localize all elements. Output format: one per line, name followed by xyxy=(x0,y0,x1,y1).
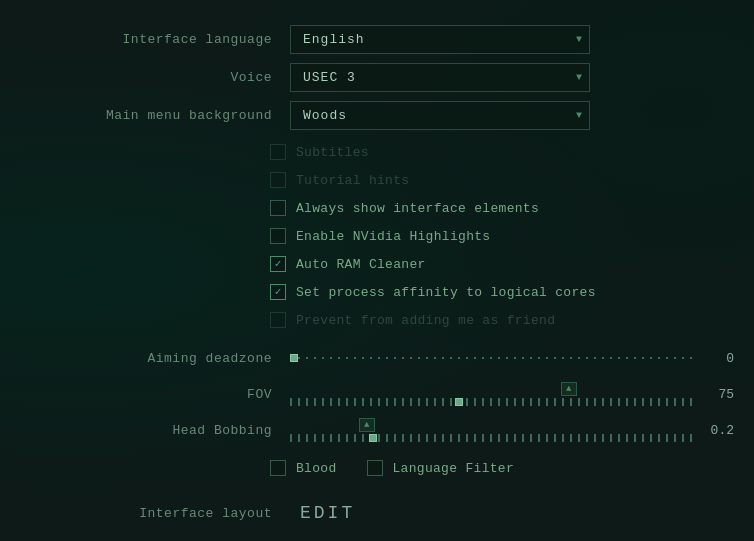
fov-wrapper: ▲ 75 xyxy=(290,382,734,406)
enable-nvidia-checkbox[interactable] xyxy=(270,228,286,244)
interface-language-dropdown-wrapper: English Russian German French Spanish ▼ xyxy=(290,25,590,54)
subtitles-item: Subtitles xyxy=(270,138,734,166)
enable-nvidia-label: Enable NVidia Highlights xyxy=(296,229,490,244)
set-process-affinity-checkbox[interactable] xyxy=(270,284,286,300)
blood-item: Blood xyxy=(270,454,337,482)
aiming-deadzone-value: 0 xyxy=(704,351,734,366)
edit-button[interactable]: EDIT xyxy=(290,499,365,527)
main-menu-background-row: Main menu background Woods Factory Custo… xyxy=(0,96,754,134)
auto-ram-cleaner-item: Auto RAM Cleaner xyxy=(270,250,734,278)
language-filter-item: Language Filter xyxy=(367,454,515,482)
head-bobbing-up-button[interactable]: ▲ xyxy=(359,418,375,432)
always-show-interface-label: Always show interface elements xyxy=(296,201,539,216)
fov-slider[interactable] xyxy=(290,398,694,406)
interface-language-label: Interface language xyxy=(20,32,290,47)
prevent-friend-item: Prevent from adding me as friend xyxy=(270,306,734,334)
checkboxes-list: Subtitles Tutorial hints Always show int… xyxy=(0,134,754,338)
voice-control: USEC 3 USEC 1 USEC 2 BEAR 1 BEAR 2 ▼ xyxy=(290,63,734,92)
auto-ram-cleaner-checkbox[interactable] xyxy=(270,256,286,272)
set-process-affinity-label: Set process affinity to logical cores xyxy=(296,285,596,300)
interface-language-select[interactable]: English Russian German French Spanish xyxy=(290,25,590,54)
aiming-deadzone-row: Aiming deadzone 0 xyxy=(0,342,754,374)
interface-language-control: English Russian German French Spanish ▼ xyxy=(290,25,734,54)
language-filter-checkbox[interactable] xyxy=(367,460,383,476)
head-bobbing-wrapper: ▲ 0.2 xyxy=(290,418,734,442)
tutorial-hints-label: Tutorial hints xyxy=(296,173,409,188)
fov-label: FOV xyxy=(20,387,290,402)
blood-label: Blood xyxy=(296,461,337,476)
interface-layout-label: Interface layout xyxy=(20,506,290,521)
prevent-friend-label: Prevent from adding me as friend xyxy=(296,313,555,328)
always-show-interface-checkbox[interactable] xyxy=(270,200,286,216)
voice-select[interactable]: USEC 3 USEC 1 USEC 2 BEAR 1 BEAR 2 xyxy=(290,63,590,92)
auto-ram-cleaner-label: Auto RAM Cleaner xyxy=(296,257,426,272)
aiming-deadzone-wrapper: 0 xyxy=(290,351,734,366)
subtitles-checkbox[interactable] xyxy=(270,144,286,160)
settings-panel: Interface language English Russian Germa… xyxy=(0,0,754,541)
head-bobbing-label: Head Bobbing xyxy=(20,423,290,438)
subtitles-label: Subtitles xyxy=(296,145,369,160)
voice-dropdown-wrapper: USEC 3 USEC 1 USEC 2 BEAR 1 BEAR 2 ▼ xyxy=(290,63,590,92)
language-filter-label: Language Filter xyxy=(393,461,515,476)
fov-up-button[interactable]: ▲ xyxy=(561,382,577,396)
interface-language-row: Interface language English Russian Germa… xyxy=(0,20,754,58)
tutorial-hints-item: Tutorial hints xyxy=(270,166,734,194)
bottom-checkboxes-row: Blood Language Filter xyxy=(0,446,754,490)
main-menu-background-dropdown-wrapper: Woods Factory Customs Interchange Reserv… xyxy=(290,101,590,130)
always-show-interface-item: Always show interface elements xyxy=(270,194,734,222)
blood-checkbox[interactable] xyxy=(270,460,286,476)
set-process-affinity-item: Set process affinity to logical cores xyxy=(270,278,734,306)
main-menu-background-control: Woods Factory Customs Interchange Reserv… xyxy=(290,101,734,130)
prevent-friend-checkbox[interactable] xyxy=(270,312,286,328)
aiming-deadzone-slider[interactable] xyxy=(290,357,694,359)
interface-layout-row: Interface layout EDIT xyxy=(0,494,754,532)
main-menu-background-label: Main menu background xyxy=(20,108,290,123)
head-bobbing-value: 0.2 xyxy=(704,423,734,438)
head-bobbing-slider[interactable] xyxy=(290,434,694,442)
enable-nvidia-item: Enable NVidia Highlights xyxy=(270,222,734,250)
voice-label: Voice xyxy=(20,70,290,85)
fov-row: FOV ▲ 75 xyxy=(0,378,754,410)
fov-value: 75 xyxy=(704,387,734,402)
voice-row: Voice USEC 3 USEC 1 USEC 2 BEAR 1 BEAR 2… xyxy=(0,58,754,96)
head-bobbing-row: Head Bobbing ▲ 0.2 xyxy=(0,414,754,446)
tutorial-hints-checkbox[interactable] xyxy=(270,172,286,188)
interface-layout-control: EDIT xyxy=(290,499,734,527)
main-menu-background-select[interactable]: Woods Factory Customs Interchange Reserv… xyxy=(290,101,590,130)
aiming-deadzone-label: Aiming deadzone xyxy=(20,351,290,366)
